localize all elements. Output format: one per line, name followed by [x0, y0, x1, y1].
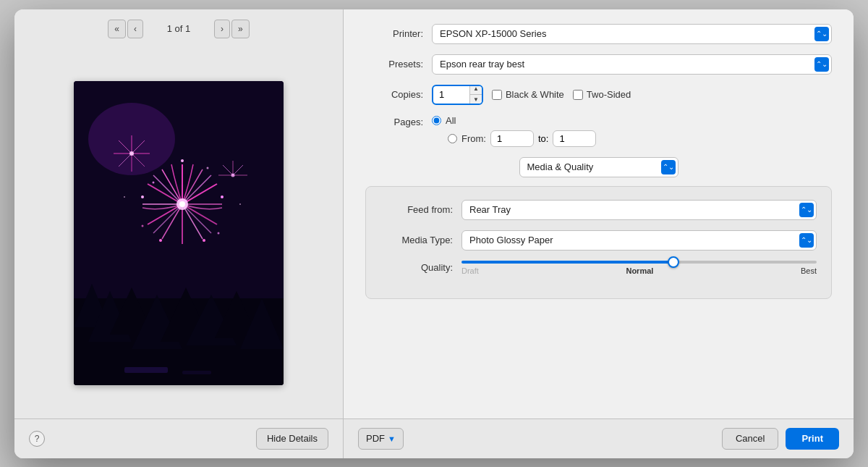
- svg-point-21: [203, 239, 205, 242]
- copies-row: Copies: ▲ ▼ Black & White: [365, 85, 832, 105]
- feed-from-select[interactable]: Rear Tray: [461, 200, 817, 220]
- presets-select-wrapper: Epson rear tray best ⌃⌄: [432, 54, 832, 75]
- last-page-button[interactable]: »: [231, 20, 250, 38]
- media-quality-select-wrapper: Media & Quality ⌃⌄: [519, 157, 678, 177]
- svg-point-44: [124, 196, 125, 198]
- dialog-main: « ‹ 1 of 1 › »: [14, 9, 854, 418]
- two-sided-checkbox-label[interactable]: Two-Sided: [573, 89, 631, 100]
- pages-radio-group: All From: to:: [432, 115, 596, 147]
- pages-row: Pages: All From: to:: [365, 115, 832, 147]
- feed-from-label: Feed from:: [380, 204, 453, 215]
- svg-point-39: [231, 174, 235, 177]
- pages-from-to-row: From: to:: [448, 130, 596, 147]
- bottom-bar: ? Hide Details PDF ▼ Cancel Print: [14, 418, 854, 458]
- pdf-button[interactable]: PDF ▼: [358, 428, 404, 450]
- quality-row: Quality: Draft Normal Best: [380, 261, 817, 275]
- pages-all-radio-label[interactable]: All: [432, 115, 596, 126]
- next-page-button[interactable]: ›: [214, 20, 230, 38]
- media-type-row: Media Type: Photo Glossy Paper ⌃⌄: [380, 230, 817, 251]
- media-type-select-wrapper: Photo Glossy Paper ⌃⌄: [461, 230, 817, 251]
- svg-point-43: [218, 232, 220, 235]
- two-sided-checkbox[interactable]: [573, 90, 583, 100]
- quality-slider[interactable]: [461, 261, 817, 264]
- preview-panel: « ‹ 1 of 1 › »: [14, 9, 344, 418]
- cancel-button[interactable]: Cancel: [722, 428, 778, 450]
- svg-point-42: [142, 225, 144, 227]
- print-button[interactable]: Print: [786, 428, 839, 450]
- nav-first-prev-group: « ‹: [108, 20, 143, 38]
- feed-from-select-wrapper: Rear Tray ⌃⌄: [461, 200, 817, 220]
- presets-select[interactable]: Epson rear tray best: [432, 54, 832, 75]
- presets-label: Presets:: [365, 59, 423, 70]
- presets-row: Presets: Epson rear tray best ⌃⌄: [365, 54, 832, 75]
- svg-point-33: [129, 151, 134, 156]
- print-dialog: « ‹ 1 of 1 › »: [14, 9, 854, 458]
- media-quality-section: Media & Quality ⌃⌄ Feed from: Rear Tray: [365, 157, 832, 299]
- copies-increment-button[interactable]: ▲: [470, 85, 482, 95]
- copies-stepper: ▲ ▼: [469, 85, 482, 105]
- quality-slider-wrap: Draft Normal Best: [461, 261, 817, 275]
- black-white-checkbox[interactable]: [492, 90, 502, 100]
- quality-draft-label: Draft: [461, 266, 479, 275]
- hide-details-button[interactable]: Hide Details: [256, 428, 328, 450]
- pages-all-label: All: [446, 115, 456, 126]
- copies-input-wrap: ▲ ▼: [432, 85, 483, 105]
- help-button[interactable]: ?: [29, 431, 45, 447]
- nav-next-last-group: › »: [214, 20, 250, 38]
- pages-label: Pages:: [365, 117, 423, 127]
- black-white-checkbox-label[interactable]: Black & White: [492, 89, 564, 100]
- pages-from-radio[interactable]: [448, 134, 457, 143]
- copies-label: Copies:: [365, 89, 423, 100]
- quality-label: Quality:: [380, 262, 453, 273]
- quality-best-label: Best: [801, 266, 817, 275]
- media-quality-select[interactable]: Media & Quality: [519, 157, 678, 177]
- pages-all-radio[interactable]: [432, 116, 441, 125]
- inner-panel: Feed from: Rear Tray ⌃⌄ Media Type:: [365, 186, 832, 299]
- svg-point-22: [159, 239, 162, 242]
- settings-panel: Printer: EPSON XP-15000 Series ⌃⌄ Preset…: [344, 9, 854, 418]
- svg-rect-55: [124, 367, 168, 373]
- quality-normal-label: Normal: [626, 266, 653, 275]
- printer-row: Printer: EPSON XP-15000 Series ⌃⌄: [365, 24, 832, 44]
- fireworks-svg: [74, 81, 284, 385]
- copies-input[interactable]: [433, 86, 469, 103]
- pdf-label: PDF: [366, 433, 385, 444]
- page-indicator: 1 of 1: [161, 23, 197, 34]
- svg-point-20: [141, 195, 144, 198]
- feed-from-row: Feed from: Rear Tray ⌃⌄: [380, 200, 817, 220]
- printer-label: Printer:: [365, 28, 423, 39]
- preview-nav: « ‹ 1 of 1 › »: [14, 9, 343, 49]
- copies-decrement-button[interactable]: ▼: [470, 94, 482, 105]
- pages-from-input[interactable]: [490, 130, 534, 147]
- slider-labels: Draft Normal Best: [461, 266, 817, 275]
- svg-rect-56: [182, 371, 211, 374]
- preview-image-area: [67, 49, 291, 418]
- svg-point-24: [179, 201, 185, 207]
- pages-to-label: to:: [538, 133, 548, 144]
- svg-point-40: [153, 182, 155, 184]
- svg-point-41: [207, 167, 209, 169]
- svg-point-18: [181, 159, 184, 162]
- svg-point-19: [221, 195, 224, 198]
- copies-controls: ▲ ▼ Black & White Two-Sided: [432, 85, 631, 105]
- media-type-select[interactable]: Photo Glossy Paper: [461, 230, 817, 251]
- first-page-button[interactable]: «: [108, 20, 126, 38]
- bottom-left: ? Hide Details: [14, 419, 344, 458]
- preview-image: [74, 81, 284, 385]
- media-quality-dropdown-row: Media & Quality ⌃⌄: [365, 157, 832, 177]
- two-sided-label: Two-Sided: [587, 89, 631, 100]
- svg-point-45: [239, 203, 241, 205]
- printer-select[interactable]: EPSON XP-15000 Series: [432, 24, 832, 44]
- black-white-label: Black & White: [506, 89, 564, 100]
- pages-from-radio-label[interactable]: From:: [448, 133, 486, 144]
- bottom-right: PDF ▼ Cancel Print: [344, 419, 854, 458]
- pages-from-label: From:: [461, 133, 486, 144]
- media-type-label: Media Type:: [380, 235, 453, 245]
- printer-select-wrapper: EPSON XP-15000 Series ⌃⌄: [432, 24, 832, 44]
- pdf-dropdown-icon: ▼: [388, 434, 396, 443]
- pages-to-input[interactable]: [553, 130, 596, 147]
- prev-page-button[interactable]: ‹: [127, 20, 143, 38]
